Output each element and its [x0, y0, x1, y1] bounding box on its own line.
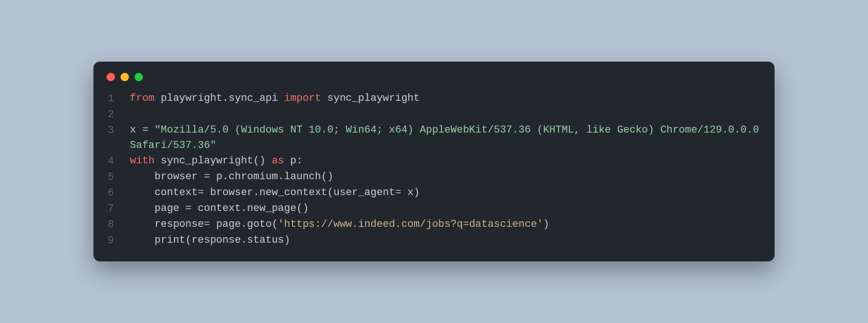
code-window: 1from playwright.sync_api import sync_pl…	[93, 62, 775, 261]
code-line: 8 response= page.goto('https://www.indee…	[107, 217, 761, 232]
code-line: 1from playwright.sync_api import sync_pl…	[107, 91, 761, 106]
code-token: sync_playwright()	[161, 155, 272, 167]
line-number: 6	[107, 185, 122, 201]
code-token: as	[272, 155, 291, 167]
line-number: 2	[107, 106, 122, 122]
code-line: 6 context= browser.new_context(user_agen…	[107, 185, 761, 201]
code-content: from playwright.sync_api import sync_pla…	[122, 91, 761, 106]
code-line: 5 browser = p.chromium.launch()	[107, 169, 761, 185]
code-token: )	[543, 218, 549, 230]
code-token: playwright.sync_api	[161, 92, 284, 104]
line-number: 8	[107, 217, 122, 232]
code-token: sync_playwright	[327, 92, 420, 104]
line-number: 1	[107, 91, 122, 106]
code-content: response= page.goto('https://www.indeed.…	[122, 217, 761, 232]
code-line: 7 page = context.new_page()	[107, 201, 761, 217]
code-token: print(response.status)	[130, 234, 290, 246]
line-number: 4	[107, 153, 122, 169]
code-token: from	[130, 92, 161, 104]
code-line: 2	[107, 106, 761, 122]
code-content	[122, 106, 761, 122]
zoom-icon[interactable]	[135, 73, 143, 81]
code-token: 'https://www.indeed.com/jobs?q=datascien…	[278, 218, 543, 230]
code-token: response= page.goto(	[130, 218, 278, 230]
line-number: 7	[107, 201, 122, 217]
code-token: x =	[130, 124, 155, 136]
code-content: page = context.new_page()	[122, 201, 761, 216]
code-token: p:	[290, 155, 302, 167]
code-editor: 1from playwright.sync_api import sync_pl…	[93, 87, 775, 248]
window-titlebar	[93, 62, 775, 87]
code-line: 3x = "Mozilla/5.0 (Windows NT 10.0; Win6…	[107, 122, 761, 153]
code-content: x = "Mozilla/5.0 (Windows NT 10.0; Win64…	[122, 122, 761, 153]
line-number: 9	[107, 232, 122, 248]
code-token: with	[130, 155, 161, 167]
close-icon[interactable]	[107, 73, 115, 81]
code-content: context= browser.new_context(user_agent=…	[122, 185, 761, 200]
code-token: page = context.new_page()	[130, 203, 309, 214]
line-number: 3	[107, 122, 122, 138]
code-token: browser = p.chromium.launch()	[130, 171, 334, 183]
code-token: context= browser.new_context(user_agent=…	[130, 187, 420, 198]
code-token: import	[284, 92, 327, 104]
line-number: 5	[107, 169, 122, 185]
code-content: with sync_playwright() as p:	[122, 153, 761, 169]
code-line: 4with sync_playwright() as p:	[107, 153, 761, 169]
code-line: 9 print(response.status)	[107, 232, 761, 248]
minimize-icon[interactable]	[121, 73, 129, 81]
code-content: browser = p.chromium.launch()	[122, 169, 761, 184]
code-content: print(response.status)	[122, 232, 761, 248]
code-token: "Mozilla/5.0 (Windows NT 10.0; Win64; x6…	[130, 124, 765, 151]
